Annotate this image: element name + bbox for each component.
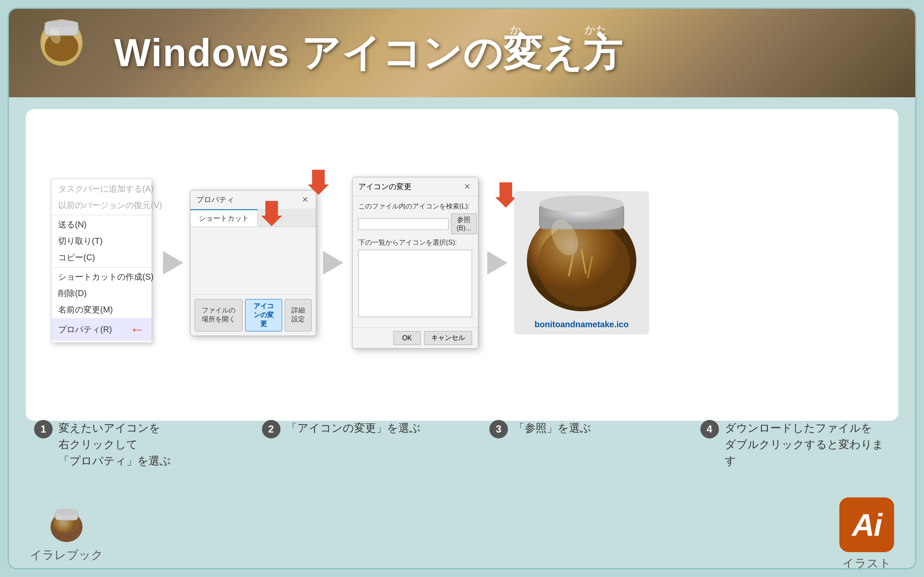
result-filename: bonitoandnametake.ico xyxy=(534,320,628,329)
menu-item-properties-label: プロパティ(R) xyxy=(58,324,112,335)
btn-open-location[interactable]: ファイルの場所を開く xyxy=(195,299,243,331)
header-jar-icon xyxy=(34,17,93,85)
menu-separator xyxy=(51,215,152,215)
icon-browse-button[interactable]: 参照(B)... xyxy=(451,214,477,234)
arrow-3-4 xyxy=(481,250,514,275)
step3-arrow-indicator xyxy=(495,182,516,209)
menu-item-rename: 名前の変更(M) xyxy=(51,302,152,318)
icon-list-area xyxy=(358,250,472,317)
icon-dialog: アイコンの変更 ✕ このファイル内のアイコンを検索(L): 参照(B)... 下… xyxy=(352,177,478,349)
icon-dialog-footer: OK キャンセル xyxy=(353,327,478,348)
icon-dialog-titlebar: アイコンの変更 ✕ xyxy=(353,177,478,196)
main-content: タスクバーに追加する(A) 以前のバージョンの復元(V) 送る(N) 切り取り(… xyxy=(26,109,898,421)
bottom-bar: イラレブック Ai イラスト xyxy=(9,501,915,568)
header-banner: か かた Windows アイコンの変え方 xyxy=(9,9,915,97)
step4-badge: 4 xyxy=(700,420,719,438)
menu-item-taskbar: タスクバーに追加する(A) xyxy=(51,181,152,197)
svg-marker-6 xyxy=(261,201,282,226)
icon-ok-button[interactable]: OK xyxy=(393,331,421,345)
properties-dialog: プロパティ ✕ ショートカット ファイルの場所を開く アイコンの変更 詳細設定 xyxy=(190,190,316,336)
bottom-right: Ai イラスト xyxy=(839,497,894,569)
icon-cancel-button[interactable]: キャンセル xyxy=(424,331,472,345)
ai-icon: Ai xyxy=(839,497,894,552)
svg-marker-7 xyxy=(308,170,329,195)
icon-search-row: 参照(B)... xyxy=(358,214,472,234)
step3-visual: アイコンの変更 ✕ このファイル内のアイコンを検索(L): 参照(B)... 下… xyxy=(350,177,481,349)
step4-desc: 4 ダウンロードしたファイルをダブルクリックすると変わります xyxy=(684,420,895,469)
svg-point-20 xyxy=(55,508,78,515)
result-image: bonitoandnametake.ico xyxy=(514,191,649,334)
step2-text: 「アイコンの変更」を選ぶ xyxy=(286,420,421,436)
step2-desc: 2 「アイコンの変更」を選ぶ xyxy=(228,420,456,469)
svg-point-12 xyxy=(539,195,624,212)
furigana-row: か かた xyxy=(253,22,607,37)
icon-dialog-close[interactable]: ✕ xyxy=(462,182,472,192)
menu-item-send: 送る(N) xyxy=(51,216,152,233)
svg-marker-8 xyxy=(495,182,516,208)
step4-text: ダウンロードしたファイルをダブルクリックすると変わります xyxy=(725,420,890,469)
dialog-footer: ファイルの場所を開く アイコンの変更 詳細設定 xyxy=(190,294,316,336)
icon-dialog-title: アイコンの変更 xyxy=(358,182,411,192)
icon-list-label: 下の一覧からアイコンを選択(S): xyxy=(358,238,472,247)
step4-visual: bonitoandnametake.ico xyxy=(514,191,649,334)
menu-item-copy: コピー(C) xyxy=(51,249,152,266)
icon-search-input[interactable] xyxy=(358,218,449,230)
menu-item-restore: 以前のバージョンの復元(V) xyxy=(51,197,152,214)
svg-point-2 xyxy=(45,32,78,61)
step-descriptions: 1 変えたいアイコンを右クリックして「プロパティ」を選ぶ 2 「アイコンの変更」… xyxy=(9,420,915,478)
bottom-jar-icon xyxy=(48,506,85,544)
step2-down-arrow xyxy=(261,201,282,226)
bottom-left: イラレブック xyxy=(30,506,103,563)
menu-item-shortcut: ショートカットの作成(S) xyxy=(51,269,152,285)
step2-arrow-indicator xyxy=(308,170,329,197)
step1-visual: タスクバーに追加する(A) 以前のバージョンの復元(V) 送る(N) 切り取り(… xyxy=(47,179,156,347)
step1-desc: 1 変えたいアイコンを右クリックして「プロパティ」を選ぶ xyxy=(30,420,228,469)
ai-icon-text: Ai xyxy=(852,507,881,543)
menu-item-properties[interactable]: プロパティ(R) ← xyxy=(51,318,152,341)
bottom-left-label: イラレブック xyxy=(30,547,103,563)
furigana-kata: かた xyxy=(585,22,607,37)
context-menu: タスクバーに追加する(A) 以前のバージョンの復元(V) 送る(N) 切り取り(… xyxy=(51,179,152,343)
tab-shortcut[interactable]: ショートカット xyxy=(190,209,258,227)
btn-change-icon[interactable]: アイコンの変更 xyxy=(245,299,283,331)
dialog-body xyxy=(190,227,316,294)
menu-separator2 xyxy=(51,267,152,267)
btn-advanced[interactable]: 詳細設定 xyxy=(285,299,312,331)
arrow-2-3 xyxy=(316,250,350,275)
dialog-title: プロパティ xyxy=(196,195,234,205)
step3-text: 「参照」を選ぶ xyxy=(514,420,591,436)
step2-visual: プロパティ ✕ ショートカット ファイルの場所を開く アイコンの変更 詳細設定 xyxy=(190,190,316,336)
step1-text: 変えたいアイコンを右クリックして「プロパティ」を選ぶ xyxy=(59,420,171,469)
step3-desc: 3 「参照」を選ぶ xyxy=(456,420,684,469)
menu-item-cut: 切り取り(T) xyxy=(51,233,152,249)
step1-badge: 1 xyxy=(34,420,53,438)
svg-point-4 xyxy=(45,20,78,27)
dialog-titlebar: プロパティ ✕ xyxy=(190,190,316,209)
icon-search-label: このファイル内のアイコンを検索(L): xyxy=(358,202,472,211)
furigana-ka: か xyxy=(510,22,521,37)
menu-item-delete: 削除(D) xyxy=(51,285,152,302)
step3-badge: 3 xyxy=(489,420,508,438)
bottom-right-label: イラスト xyxy=(842,556,891,569)
step2-badge: 2 xyxy=(262,420,280,438)
dialog-tabs: ショートカット xyxy=(190,209,316,227)
arrow-1-2 xyxy=(156,250,190,275)
icon-dialog-body: このファイル内のアイコンを検索(L): 参照(B)... 下の一覧からアイコンを… xyxy=(353,196,478,327)
outer-frame: か かた Windows アイコンの変え方 タスクバーに追加する(A) 以前のバ… xyxy=(8,8,916,569)
